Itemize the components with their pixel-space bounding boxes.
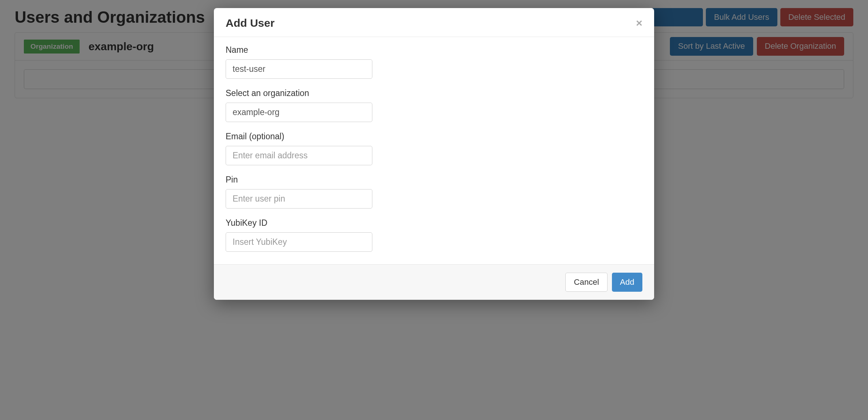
add-user-modal: Add User × Name Select an organization E…	[214, 8, 654, 300]
organization-input[interactable]	[226, 103, 372, 122]
pin-input[interactable]	[226, 189, 372, 209]
modal-body: Name Select an organization Email (optio…	[214, 37, 654, 264]
email-input[interactable]	[226, 146, 372, 165]
name-label: Name	[226, 45, 642, 55]
cancel-button[interactable]: Cancel	[565, 273, 607, 292]
email-label: Email (optional)	[226, 132, 642, 141]
name-input[interactable]	[226, 59, 372, 79]
organization-label: Select an organization	[226, 88, 642, 98]
name-field-group: Name	[226, 45, 642, 79]
modal-title: Add User	[226, 17, 274, 29]
yubikey-field-group: YubiKey ID	[226, 218, 642, 252]
add-button[interactable]: Add	[612, 273, 642, 292]
close-icon[interactable]: ×	[636, 18, 642, 29]
pin-label: Pin	[226, 175, 642, 185]
pin-field-group: Pin	[226, 175, 642, 209]
yubikey-label: YubiKey ID	[226, 218, 642, 228]
email-field-group: Email (optional)	[226, 132, 642, 165]
yubikey-input[interactable]	[226, 232, 372, 252]
modal-footer: Cancel Add	[214, 264, 654, 300]
modal-header: Add User ×	[214, 8, 654, 37]
organization-field-group: Select an organization	[226, 88, 642, 122]
